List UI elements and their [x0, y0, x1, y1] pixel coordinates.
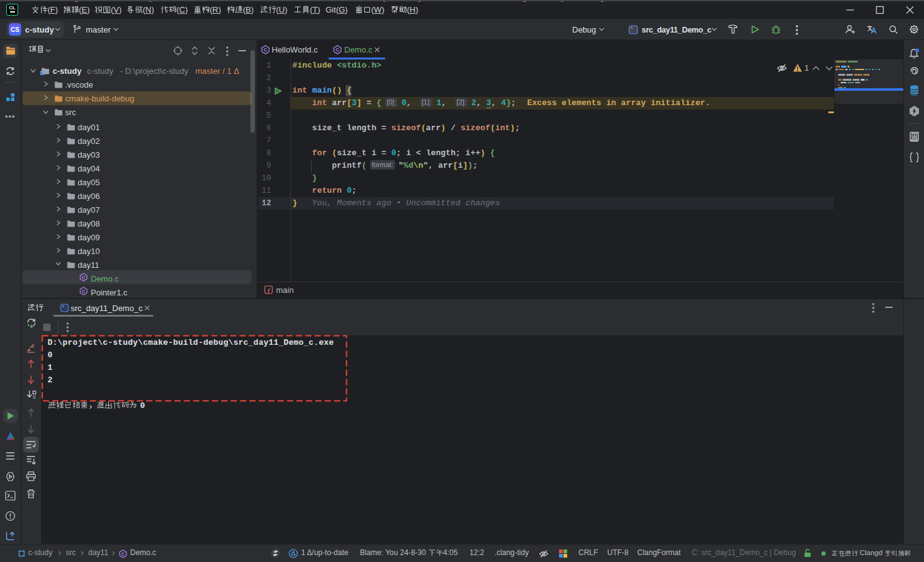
- svg-text:C: C: [264, 47, 267, 53]
- svg-text:C: C: [82, 275, 86, 280]
- svg-text:C: C: [82, 289, 86, 294]
- svg-text:A: A: [913, 134, 916, 138]
- svg-text:f: f: [268, 287, 270, 294]
- svg-text:C: C: [121, 551, 125, 557]
- svg-text:C: C: [336, 47, 339, 53]
